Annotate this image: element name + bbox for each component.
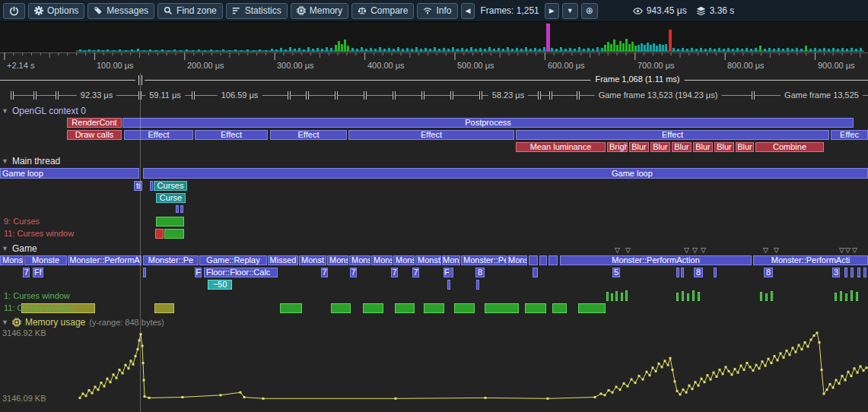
collapsed-events-icon[interactable]: ▽ [774, 246, 779, 254]
zone-3[interactable]: 3 [832, 268, 840, 277]
zone-7[interactable]: 7 [23, 268, 30, 277]
zone-missed[interactable]: Missed [268, 255, 298, 265]
zone-blur[interactable]: Blur [629, 142, 649, 152]
zone-fragment[interactable] [863, 268, 866, 277]
zone-monster-pe[interactable]: Monster::Pe [461, 255, 507, 265]
section-header-memory[interactable]: ▼ Memory usage (y-range: 848 bytes) [2, 316, 164, 328]
collapsed-events-icon[interactable]: ▽ [763, 246, 768, 254]
zone-fragment[interactable] [450, 268, 453, 277]
zone-effec[interactable]: Effec [831, 130, 868, 140]
zone-fragment[interactable] [844, 268, 847, 277]
messages-button[interactable]: Messages [87, 3, 154, 19]
zone-effect[interactable]: Effect [195, 130, 268, 140]
zone-monste[interactable]: Monste [0, 255, 24, 265]
collapsed-events-icon[interactable]: ▽ [839, 246, 844, 254]
collapse-icon[interactable]: ▼ [2, 245, 8, 252]
zone-combine[interactable]: Combine [755, 142, 824, 152]
zone-fragment[interactable] [539, 255, 547, 265]
zone-floor-floor-calc[interactable]: Floor::Floor::Calc [204, 268, 278, 277]
collapsed-events-icon[interactable]: ▽ [615, 246, 620, 254]
zone-7[interactable]: 7 [350, 268, 357, 277]
next-frame-button[interactable]: ▶ [545, 3, 559, 19]
zone-game-loop[interactable]: Game loop [0, 168, 139, 179]
zone-blur[interactable]: Blur [650, 142, 670, 152]
zone-monster-performacti[interactable]: Monster::PerformActi [753, 255, 868, 265]
zone-mons[interactable]: Mons [507, 255, 527, 265]
zone-monst[interactable]: Monst [371, 255, 393, 265]
zone-effect[interactable]: Effect [516, 130, 829, 140]
zone-draw-calls[interactable]: Draw calls [67, 130, 122, 140]
zone-rendercont[interactable]: RenderCont [67, 118, 122, 128]
collapse-icon[interactable]: ▼ [2, 107, 8, 115]
zone-7[interactable]: 7 [391, 268, 398, 277]
zone-fragment[interactable] [180, 205, 183, 213]
collapsed-events-icon[interactable]: ▽ [852, 246, 857, 254]
zone-blur[interactable]: Blur [693, 142, 713, 152]
options-button[interactable]: Options [28, 3, 84, 19]
zone-blur[interactable]: Blur [736, 142, 754, 152]
zone-f[interactable]: F [195, 268, 202, 277]
section-header-opengl[interactable]: ▼ OpenGL context 0 [2, 105, 86, 116]
prev-frame-button[interactable]: ◀ [461, 3, 475, 19]
zone-fragment[interactable] [529, 255, 538, 265]
memory-button[interactable]: Memory [291, 3, 348, 19]
zone-effect[interactable]: Effect [270, 130, 347, 140]
collapsed-events-icon[interactable]: ▽ [845, 246, 851, 254]
zone-monster-performa[interactable]: Monster::PerformA [68, 255, 141, 265]
zone-fragment[interactable] [714, 268, 717, 277]
zone-fragment[interactable] [150, 181, 153, 191]
zone-blur[interactable]: Blur [714, 142, 734, 152]
info-button[interactable]: Info [417, 3, 457, 19]
zone-f[interactable]: F [444, 268, 450, 277]
zone-effect[interactable]: Effect [348, 130, 514, 140]
find-zone-button[interactable]: Find zone [157, 3, 223, 19]
section-header-main-thread[interactable]: ▼ Main thread [2, 155, 60, 166]
compare-button[interactable]: Compare [351, 3, 414, 19]
zone-monst[interactable]: Monst [299, 255, 326, 265]
zone-game-loop[interactable]: Game loop [143, 168, 868, 179]
zone-8[interactable]: 8 [694, 268, 703, 277]
zone-brigh[interactable]: Brigh [607, 142, 628, 152]
zone-effect[interactable]: Effect [124, 130, 193, 140]
timeline-zones[interactable]: RenderContPostprocessDraw callsEffectEff… [0, 0, 868, 412]
zone-blur[interactable]: Blur [672, 142, 692, 152]
center-view-button[interactable]: ⊕ [581, 3, 598, 19]
zone-fragment[interactable] [681, 268, 684, 277]
collapsed-events-icon[interactable]: ▽ [701, 246, 706, 254]
collapsed-events-icon[interactable]: ▽ [684, 246, 689, 254]
zone-monst[interactable]: Monst [327, 255, 348, 265]
statistics-button[interactable]: Statistics [226, 3, 288, 19]
collapse-icon[interactable]: ▼ [2, 319, 8, 326]
zoom-out-button[interactable]: ▼ [562, 3, 578, 19]
power-button[interactable] [3, 3, 25, 19]
zone-mons[interactable]: Mons [442, 255, 460, 265]
zone-fragment[interactable] [676, 268, 679, 277]
zone-monster-performaction[interactable]: Monster::PerformAction [560, 255, 752, 265]
zone-monster-pe[interactable]: Monster::Pe [143, 255, 199, 265]
zone-8[interactable]: 8 [764, 268, 773, 277]
zone-fragment[interactable] [476, 280, 479, 290]
zone-fragment[interactable] [533, 268, 538, 277]
zone-7[interactable]: 7 [321, 268, 328, 277]
zone-fragment[interactable] [857, 268, 860, 277]
zone-mean-luminance[interactable]: Mean luminance [516, 142, 606, 152]
zone-50[interactable]: ~50 [208, 280, 232, 290]
zone-monst[interactable]: Monst [349, 255, 370, 265]
collapse-icon[interactable]: ▼ [2, 157, 8, 165]
zone-fragment[interactable] [143, 268, 146, 277]
zone-5[interactable]: 5 [612, 268, 620, 277]
section-header-game[interactable]: ▼ Game [2, 242, 37, 254]
collapsed-events-icon[interactable]: ▽ [625, 246, 631, 254]
zone-fragment[interactable] [176, 205, 179, 213]
zone-curses[interactable]: Curses [154, 181, 187, 191]
zone-8[interactable]: 8 [475, 268, 485, 277]
zone-fragment[interactable] [851, 268, 854, 277]
zone-fragment[interactable] [548, 255, 558, 265]
zone-7[interactable]: 7 [412, 268, 419, 277]
zone-fragment[interactable] [447, 280, 450, 290]
zone-monste[interactable]: Monste [415, 255, 441, 265]
zone-postprocess[interactable]: Postprocess [122, 118, 854, 128]
zone-monste[interactable]: Monste [24, 255, 67, 265]
zone-monst[interactable]: Monst [393, 255, 415, 265]
zone-game-replay[interactable]: Game::Replay [199, 255, 267, 265]
